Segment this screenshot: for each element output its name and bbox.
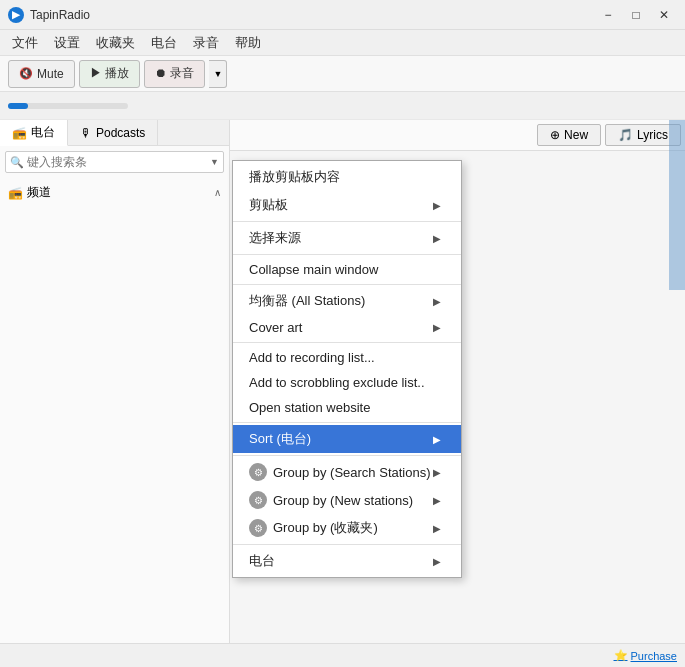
cover-art-arrow-icon: ▶ (433, 322, 441, 333)
clipboard-arrow-icon: ▶ (433, 200, 441, 211)
cm-collapse-main[interactable]: Collapse main window (233, 257, 461, 282)
window-controls: − □ ✕ (595, 5, 677, 25)
tree-area: 📻 频道 ∧ (0, 178, 229, 643)
equalizer-label: 均衡器 (All Stations) (249, 292, 365, 310)
group-new-arrow-icon: ▶ (433, 495, 441, 506)
search-input[interactable] (27, 155, 210, 169)
stations-icon: 📻 (12, 126, 27, 140)
maximize-button[interactable]: □ (623, 5, 649, 25)
cm-add-recording[interactable]: Add to recording list... (233, 345, 461, 370)
toolbar: 🔇 Mute ▶ 播放 ⏺ 录音 ▼ (0, 56, 685, 92)
left-panel: 📻 电台 🎙 Podcasts 🔍 ▼ 📻 频道 ∧ (0, 120, 230, 643)
app-icon: ▶ (8, 7, 24, 23)
menu-stations[interactable]: 电台 (143, 32, 185, 54)
menu-settings[interactable]: 设置 (46, 32, 88, 54)
equalizer-arrow-icon: ▶ (433, 296, 441, 307)
clipboard-label: 剪贴板 (249, 196, 288, 214)
stations-sub-arrow-icon: ▶ (433, 556, 441, 567)
minimize-button[interactable]: − (595, 5, 621, 25)
search-box[interactable]: 🔍 ▼ (5, 151, 224, 173)
new-button[interactable]: ⊕ New (537, 124, 601, 146)
close-button[interactable]: ✕ (651, 5, 677, 25)
mute-label: Mute (37, 67, 64, 81)
channel-label: 频道 (27, 184, 51, 201)
record-label: ⏺ 录音 (155, 65, 194, 82)
tabs: 📻 电台 🎙 Podcasts (0, 120, 229, 146)
cm-group-favorites[interactable]: ⚙ Group by (收藏夹) ▶ (233, 514, 461, 542)
right-toolbar: ⊕ New 🎵 Lyrics (230, 120, 685, 151)
tab-podcasts-label: Podcasts (96, 126, 145, 140)
cm-select-source[interactable]: 选择来源 ▶ (233, 224, 461, 252)
new-icon: ⊕ (550, 128, 560, 142)
select-source-label: 选择来源 (249, 229, 301, 247)
cm-paste-clipboard[interactable]: 播放剪贴板内容 (233, 163, 461, 191)
cm-divider-7 (233, 544, 461, 545)
seek-area (0, 92, 685, 120)
sort-label: Sort (电台) (249, 430, 311, 448)
cm-cover-art[interactable]: Cover art ▶ (233, 315, 461, 340)
group-search-label: Group by (Search Stations) (273, 465, 431, 480)
menu-recording[interactable]: 录音 (185, 32, 227, 54)
menu-favorites[interactable]: 收藏夹 (88, 32, 143, 54)
search-dropdown-icon[interactable]: ▼ (210, 157, 219, 167)
add-scrobbling-label: Add to scrobbling exclude list.. (249, 375, 425, 390)
search-icon: 🔍 (10, 156, 24, 169)
cm-equalizer[interactable]: 均衡器 (All Stations) ▶ (233, 287, 461, 315)
tab-podcasts[interactable]: 🎙 Podcasts (68, 120, 158, 145)
tree-item-channels[interactable]: 📻 频道 ∧ (4, 182, 225, 203)
group-search-icon: ⚙ (249, 463, 267, 481)
sort-arrow-icon: ▶ (433, 434, 441, 445)
right-scroll-decoration (669, 120, 685, 290)
cm-divider-1 (233, 221, 461, 222)
play-button[interactable]: ▶ 播放 (79, 60, 140, 88)
add-recording-label: Add to recording list... (249, 350, 375, 365)
mute-icon: 🔇 (19, 67, 33, 80)
cm-sort[interactable]: Sort (电台) ▶ (233, 425, 461, 453)
paste-clipboard-label: 播放剪贴板内容 (249, 168, 340, 186)
status-bar: ⭐ Purchase (0, 643, 685, 667)
cm-group-search[interactable]: ⚙ Group by (Search Stations) ▶ (233, 458, 461, 486)
app-title: TapinRadio (30, 8, 595, 22)
lyrics-icon: 🎵 (618, 128, 633, 142)
play-label: ▶ 播放 (90, 65, 129, 82)
stations-sub-label: 电台 (249, 552, 275, 570)
title-bar: ▶ TapinRadio − □ ✕ (0, 0, 685, 30)
star-icon: ⭐ (614, 649, 628, 662)
cm-group-new[interactable]: ⚙ Group by (New stations) ▶ (233, 486, 461, 514)
purchase-link[interactable]: ⭐ Purchase (614, 649, 677, 662)
purchase-label: Purchase (631, 650, 677, 662)
new-label: New (564, 128, 588, 142)
cm-divider-2 (233, 254, 461, 255)
cm-open-website[interactable]: Open station website (233, 395, 461, 420)
menu-bar: 文件 设置 收藏夹 电台 录音 帮助 (0, 30, 685, 56)
context-menu: 播放剪贴板内容 剪贴板 ▶ 选择来源 ▶ Collapse main windo… (232, 160, 462, 578)
group-favorites-label: Group by (收藏夹) (273, 519, 378, 537)
tab-stations-label: 电台 (31, 124, 55, 141)
mute-button[interactable]: 🔇 Mute (8, 60, 75, 88)
seek-bar[interactable] (8, 103, 128, 109)
group-favorites-icon: ⚙ (249, 519, 267, 537)
group-favorites-arrow-icon: ▶ (433, 523, 441, 534)
cm-stations-sub[interactable]: 电台 ▶ (233, 547, 461, 575)
channel-icon: 📻 (8, 186, 23, 200)
record-button[interactable]: ⏺ 录音 (144, 60, 205, 88)
select-source-arrow-icon: ▶ (433, 233, 441, 244)
open-website-label: Open station website (249, 400, 370, 415)
collapse-main-label: Collapse main window (249, 262, 378, 277)
collapse-arrow-icon: ∧ (214, 187, 221, 198)
cm-divider-3 (233, 284, 461, 285)
group-new-label: Group by (New stations) (273, 493, 413, 508)
seek-fill (8, 103, 28, 109)
cm-divider-5 (233, 422, 461, 423)
cover-art-label: Cover art (249, 320, 302, 335)
lyrics-label: Lyrics (637, 128, 668, 142)
cm-add-scrobbling[interactable]: Add to scrobbling exclude list.. (233, 370, 461, 395)
cm-divider-4 (233, 342, 461, 343)
menu-file[interactable]: 文件 (4, 32, 46, 54)
menu-help[interactable]: 帮助 (227, 32, 269, 54)
cm-clipboard[interactable]: 剪贴板 ▶ (233, 191, 461, 219)
tab-stations[interactable]: 📻 电台 (0, 120, 68, 146)
cm-divider-6 (233, 455, 461, 456)
record-dropdown[interactable]: ▼ (209, 60, 227, 88)
group-search-arrow-icon: ▶ (433, 467, 441, 478)
